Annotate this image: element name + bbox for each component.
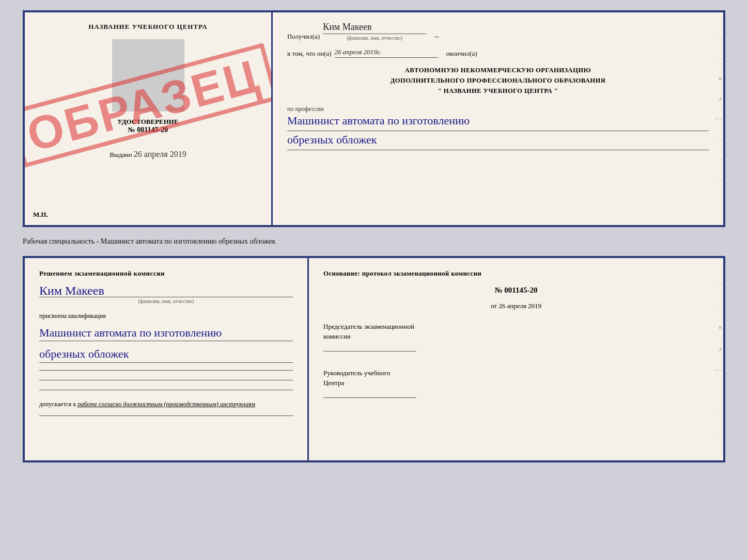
completion-suffix: окончил(а) [446,50,477,58]
cert-label: УДОСТОВЕРЕНИЕ [117,118,178,126]
cert-issued: Выдано 26 апреля 2019 [110,150,186,159]
right-side-marks: – – и ,а ←- – – – – [714,12,723,225]
btick8: – [714,431,723,437]
bot-protocol-number: № 001145-20 [323,286,709,295]
tick2: – [714,55,723,61]
btick6: – [714,389,723,394]
btick1: – [714,281,723,287]
tick7: – [714,156,723,162]
btick3: и [714,324,723,330]
dash: – [434,31,439,41]
received-name: Ким Макеев [323,22,426,34]
tick9: – [714,197,723,202]
top-cert-school-name: НАЗВАНИЕ УЧЕБНОГО ЦЕНТРА [88,23,208,31]
mp-label: М.П. [33,211,48,219]
btick7: – [714,410,723,415]
btick2: – [714,303,723,309]
tick4: ,а [714,95,723,101]
bot-allowed: допускается к работе согласно должностны… [39,401,293,408]
bot-chairman: Председатель экзаменационной комиссии [323,322,709,354]
bot-director: Руководитель учебного Центра [323,368,709,400]
bot-allowed-value: работе согласно должностным (производств… [77,401,255,408]
bot-chairman-line [323,351,416,351]
btick4: ,а [714,346,723,351]
bot-right-marks: – – и ,а ←- – – – [714,258,723,460]
received-name-column: Ким Макеев (фамилия, имя, отчество) [323,22,426,41]
bot-cert-right: Основание: протокол экзаменационной коми… [309,258,723,460]
bot-person-sub: (фамилия, имя, отчество) [39,297,293,304]
tick1: – [714,35,723,41]
bot-person-block: Ким Макеев (фамилия, имя, отчество) [39,284,293,304]
stamp-placeholder [112,39,184,111]
tick6: – [714,136,723,142]
received-name-sub: (фамилия, имя, отчество) [323,35,426,41]
received-row: Получил(а) Ким Макеев (фамилия, имя, отч… [287,22,709,41]
cert-body: АВТОНОМНУЮ НЕКОММЕРЧЕСКУЮ ОРГАНИЗАЦИЮ ДО… [287,65,709,96]
bot-cert-left: Решением экзаменационной комиссии Ким Ма… [25,258,309,460]
bot-chairman-label: Председатель экзаменационной комиссии [323,322,709,342]
bot-person-name: Ким Макеев [39,284,293,298]
top-certificate: НАЗВАНИЕ УЧЕБНОГО ЦЕНТРА УДОСТОВЕРЕНИЕ №… [23,10,725,227]
profession-label: по профессии [287,105,709,113]
completion-date: 26 апреля 2019г. [335,48,438,58]
profession-line2: обрезных обложек [287,132,709,150]
bot-date: от 26 апреля 2019 [323,302,709,310]
body-line1: АВТОНОМНУЮ НЕКОММЕРЧЕСКУЮ ОРГАНИЗАЦИЮ [287,65,709,75]
bot-line4 [39,415,293,416]
tick8: – [714,177,723,182]
completion-prefix: в том, что он(а) [287,50,332,58]
bot-line2 [39,380,293,380]
bot-basis-label: Основание: протокол экзаменационной коми… [323,268,709,279]
body-line3: " НАЗВАНИЕ УЧЕБНОГО ЦЕНТРА " [287,86,709,96]
cert-number: № 001145-20 [128,126,168,134]
tick5: ←- [714,116,723,121]
bottom-certificate: Решением экзаменационной комиссии Ким Ма… [23,256,725,462]
bot-qual-label: присвоена квалификация [39,312,293,320]
top-cert-right: Получил(а) Ким Макеев (фамилия, имя, отч… [273,12,723,225]
completion-row: в том, что он(а) 26 апреля 2019г. окончи… [287,48,709,58]
bot-commission-title: Решением экзаменационной комиссии [39,268,293,279]
bot-line3 [39,390,293,390]
received-label: Получил(а) [287,33,320,41]
top-cert-left: НАЗВАНИЕ УЧЕБНОГО ЦЕНТРА УДОСТОВЕРЕНИЕ №… [25,12,273,225]
bot-director-line [323,397,416,398]
body-line2: ДОПОЛНИТЕЛЬНОГО ПРОФЕССИОНАЛЬНОГО ОБРАЗО… [287,75,709,86]
bot-director-label: Руководитель учебного Центра [323,368,709,388]
bot-line1 [39,370,293,371]
bot-qual-line2: обрезных обложек [39,346,293,363]
profession-line1: Машинист автомата по изготовлению [287,113,709,131]
btick5: ←- [714,367,723,373]
bot-qual-line1: Машинист автомата по изготовлению [39,325,293,342]
middle-text: Рабочая специальность - Машинист автомат… [23,235,725,248]
tick3: и [714,75,723,81]
profession-section: по профессии Машинист автомата по изгото… [287,103,709,150]
